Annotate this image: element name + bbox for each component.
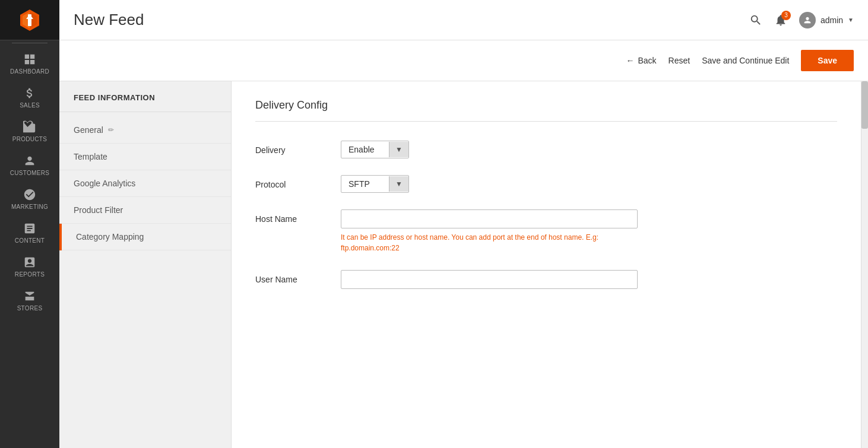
user-name-row: User Name (255, 270, 837, 289)
back-button[interactable]: ← Back (626, 56, 656, 65)
nav-item-product-filter[interactable]: Product Filter (59, 197, 231, 224)
nav-item-category-mapping-label: Category Mapping (76, 232, 144, 242)
dashboard-icon (23, 53, 36, 66)
user-icon (803, 15, 812, 25)
sidebar-item-products[interactable]: PRODUCTS (0, 113, 59, 147)
sidebar-item-reports-label: REPORTS (15, 271, 45, 278)
header-actions: 3 admin ▼ (749, 12, 854, 28)
user-name-label: User Name (255, 270, 327, 284)
sales-icon (23, 87, 36, 100)
nav-item-general[interactable]: General ✏ (59, 117, 231, 144)
reset-button[interactable]: Reset (669, 56, 690, 65)
stores-icon (23, 290, 36, 303)
host-name-row: Host Name It can be IP address or host n… (255, 209, 837, 253)
sidebar-item-stores-label: STORES (17, 305, 43, 312)
nav-item-wrapper-template: Template (59, 144, 231, 170)
right-panel: Delivery Config Delivery Enable ▼ Protoc… (232, 81, 861, 448)
nav-item-category-mapping[interactable]: Category Mapping (59, 224, 231, 250)
content-icon (23, 222, 36, 235)
nav-item-wrapper-general: General ✏ (59, 117, 231, 144)
content-area: FEED INFORMATION General ✏ Template Goog… (59, 81, 868, 448)
page-title: New Feed (74, 11, 144, 29)
search-button[interactable] (749, 14, 762, 27)
save-continue-button[interactable]: Save and Continue Edit (702, 56, 789, 65)
sidebar-item-dashboard[interactable]: DASHBOARD (0, 46, 59, 80)
sidebar-item-marketing[interactable]: MARKETING (0, 181, 59, 215)
host-name-label: Host Name (255, 209, 327, 224)
sidebar: DASHBOARD SALES PRODUCTS CUSTOMERS MARKE… (0, 0, 59, 448)
user-avatar (799, 12, 816, 28)
user-menu[interactable]: admin ▼ (799, 12, 854, 28)
delivery-select-value: Enable (341, 141, 389, 158)
delivery-select-wrapper: Enable ▼ (341, 141, 409, 158)
sidebar-item-customers[interactable]: CUSTOMERS (0, 147, 59, 181)
user-name-label: admin (821, 15, 843, 25)
action-bar: ← Back Reset Save and Continue Edit Save (59, 40, 868, 81)
delivery-control: Enable ▼ (341, 141, 409, 158)
nav-item-wrapper-category-mapping: Category Mapping (59, 224, 231, 250)
nav-item-wrapper-google-analytics: Google Analytics (59, 170, 231, 197)
sidebar-item-dashboard-label: DASHBOARD (10, 68, 49, 75)
left-panel: FEED INFORMATION General ✏ Template Goog… (59, 81, 232, 448)
protocol-row: Protocol SFTP ▼ (255, 175, 837, 193)
sidebar-item-marketing-label: MARKETING (11, 204, 48, 210)
sidebar-divider (12, 43, 47, 43)
sidebar-item-content-label: CONTENT (15, 237, 45, 244)
customers-icon (23, 154, 36, 167)
delivery-select-arrow[interactable]: ▼ (389, 142, 408, 157)
nav-item-google-analytics[interactable]: Google Analytics (59, 170, 231, 197)
main-area: New Feed 3 admin ▼ ← Back Reset Save (59, 0, 868, 448)
delivery-label: Delivery (255, 141, 327, 155)
scrollbar-thumb[interactable] (861, 81, 868, 129)
back-arrow-icon: ← (626, 56, 634, 65)
host-name-control: It can be IP address or host name. You c… (341, 209, 638, 253)
marketing-icon (23, 188, 36, 201)
protocol-select-arrow[interactable]: ▼ (389, 176, 408, 192)
nav-item-general-label: General (74, 125, 103, 135)
sidebar-item-reports[interactable]: REPORTS (0, 249, 59, 282)
top-header: New Feed 3 admin ▼ (59, 0, 868, 40)
nav-item-template[interactable]: Template (59, 144, 231, 170)
notification-badge: 3 (781, 11, 791, 20)
products-icon (23, 120, 36, 134)
delivery-row: Delivery Enable ▼ (255, 141, 837, 158)
sidebar-item-stores[interactable]: STORES (0, 282, 59, 316)
edit-icon: ✏ (108, 126, 114, 134)
save-button[interactable]: Save (801, 50, 854, 71)
nav-item-google-analytics-label: Google Analytics (74, 179, 135, 188)
delivery-config-title: Delivery Config (255, 99, 837, 112)
sidebar-item-sales[interactable]: SALES (0, 80, 59, 113)
section-divider (255, 121, 837, 122)
page-scrollbar (861, 81, 868, 448)
sidebar-item-products-label: PRODUCTS (12, 136, 47, 142)
sidebar-item-sales-label: SALES (20, 102, 40, 109)
sidebar-logo (0, 0, 59, 40)
sidebar-item-customers-label: CUSTOMERS (10, 170, 49, 176)
magento-logo-icon (17, 7, 43, 33)
user-name-input[interactable] (341, 270, 638, 289)
reports-icon (23, 256, 36, 269)
protocol-control: SFTP ▼ (341, 175, 409, 193)
protocol-select-value: SFTP (341, 176, 389, 192)
host-name-input[interactable] (341, 209, 638, 228)
nav-item-product-filter-label: Product Filter (74, 205, 123, 215)
nav-items: General ✏ Template Google Analytics (59, 112, 231, 255)
search-icon (749, 14, 762, 27)
nav-item-wrapper-product-filter: Product Filter (59, 197, 231, 224)
feed-info-header: FEED INFORMATION (59, 81, 231, 112)
nav-item-template-label: Template (74, 152, 107, 161)
active-indicator (59, 224, 62, 250)
protocol-label: Protocol (255, 175, 327, 189)
user-dropdown-icon: ▼ (848, 17, 854, 23)
protocol-select-wrapper: SFTP ▼ (341, 175, 409, 193)
user-name-control (341, 270, 638, 289)
host-name-help-text: It can be IP address or host name. You c… (341, 232, 638, 253)
sidebar-item-content[interactable]: CONTENT (0, 215, 59, 249)
notification-button[interactable]: 3 (774, 14, 787, 27)
